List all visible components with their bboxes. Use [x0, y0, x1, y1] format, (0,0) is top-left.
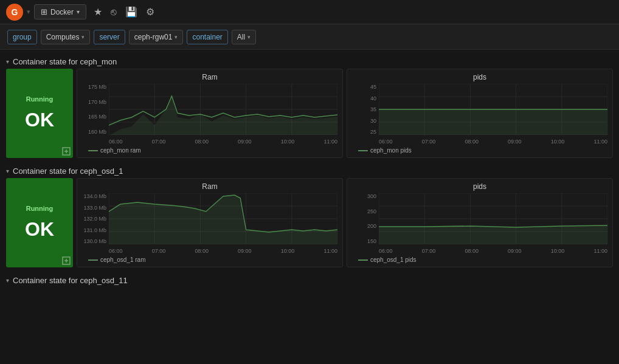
xaxis-pids-mon: 06:0007:0008:0009:0010:0011:00 [379, 139, 607, 145]
svg-area-ram-mon [109, 84, 337, 135]
chart-pids-mon: pids 4540353025 [347, 69, 613, 158]
group-filter[interactable]: group [7, 30, 37, 44]
svg-area-ram-osd1 [109, 193, 337, 244]
status-running-osd1: Running [26, 205, 54, 212]
status-corner-osd1 [62, 256, 71, 265]
svg-area-pids-mon [379, 84, 607, 135]
app-title: Docker [50, 8, 74, 16]
chart-title-ram-mon: Ram [82, 73, 337, 81]
chart-area-ram-osd1: 134.0 Mb133.0 Mb132.0 Mb131.0 Mb130.0 Mb [82, 193, 337, 254]
status-ok-mon: OK [25, 109, 54, 131]
yaxis-ram-mon: 175 Mb170 Mb165 Mb160 Mb [82, 84, 109, 145]
computes-dropdown[interactable]: Computes ▾ [41, 30, 91, 44]
legend-pids-mon: ceph_mon pids [352, 145, 607, 155]
grafana-logo[interactable]: G [6, 4, 23, 21]
chart-ram-mon: Ram 175 Mb170 Mb165 Mb160 Mb [77, 69, 343, 158]
chart-ram-osd1: Ram 134.0 Mb133.0 Mb132.0 Mb131.0 Mb130.… [77, 178, 343, 267]
status-corner-mon [62, 147, 71, 156]
section-ceph-osd1: ▾ Container state for ceph_osd_1 Running… [6, 163, 613, 267]
section-body-osd1: Running OK Ram 134.0 Mb133.0 Mb132.0 Mb1… [6, 178, 613, 267]
chevron-osd1: ▾ [6, 168, 9, 174]
share-icon[interactable]: ⎋ [111, 7, 117, 18]
section-title-osd1: Container state for ceph_osd_1 [13, 167, 123, 176]
legend-line-ram-osd1 [88, 259, 98, 261]
all-label: All [237, 33, 245, 41]
section-header-ceph-mon[interactable]: ▾ Container state for ceph_mon [6, 53, 613, 69]
svg-area-pids-osd1 [379, 193, 607, 244]
chevron-mon: ▾ [6, 58, 9, 65]
chart-area-ram-mon: 175 Mb170 Mb165 Mb160 Mb [82, 84, 337, 145]
group-label: group [13, 33, 32, 41]
section-body-mon: Running OK Ram 175 Mb170 Mb165 Mb160 Mb [6, 69, 613, 158]
top-navbar: G ▾ ⊞ Docker ▾ ★ ⎋ 💾 ⚙ [0, 0, 619, 24]
server-label: server [99, 33, 119, 41]
status-panel-mon: Running OK [6, 69, 73, 158]
xaxis-ram-mon: 06:0007:0008:0009:0010:0011:00 [109, 139, 337, 145]
ceph-label: ceph-rgw01 [134, 33, 173, 41]
yaxis-pids-osd1: 300250200150 [352, 193, 379, 254]
ceph-caret: ▾ [175, 34, 178, 40]
container-label: container [192, 33, 222, 41]
status-ok-osd1: OK [25, 218, 54, 241]
nav-icon-caret[interactable]: ▾ [27, 8, 30, 16]
legend-line-pids-mon [358, 150, 368, 151]
xaxis-pids-osd1: 06:0007:0008:0009:0010:0011:00 [379, 248, 607, 254]
all-caret: ▾ [247, 34, 251, 40]
computes-caret: ▾ [81, 34, 85, 40]
docker-caret: ▾ [77, 9, 80, 15]
legend-line-pids-osd1 [358, 259, 368, 261]
section-title-mon: Container state for ceph_mon [13, 57, 117, 66]
computes-label: Computes [46, 33, 80, 41]
section-title-osd11: Container state for ceph_osd_11 [13, 276, 128, 285]
chart-title-pids-osd1: pids [352, 182, 607, 191]
docker-grid-icon: ⊞ [41, 7, 47, 16]
legend-ram-mon: ceph_mon ram [82, 145, 337, 155]
legend-pids-osd1: ceph_osd_1 pids [352, 254, 607, 264]
chart-title-ram-osd1: Ram [82, 182, 337, 191]
main-content: ▾ Container state for ceph_mon Running O… [0, 50, 619, 364]
server-filter[interactable]: server [94, 30, 125, 44]
legend-text-pids-osd1: ceph_osd_1 pids [370, 256, 417, 263]
yaxis-pids-mon: 4540353025 [352, 84, 379, 145]
container-filter[interactable]: container [187, 30, 227, 44]
legend-text-ram-osd1: ceph_osd_1 ram [100, 256, 146, 263]
status-running-mon: Running [26, 95, 54, 103]
section-header-osd11[interactable]: ▾ Container state for ceph_osd_11 [6, 272, 613, 287]
docker-dropdown[interactable]: ⊞ Docker ▾ [34, 4, 86, 19]
save-icon[interactable]: 💾 [125, 6, 137, 18]
settings-icon[interactable]: ⚙ [146, 6, 154, 18]
filter-bar: group Computes ▾ server ceph-rgw01 ▾ con… [0, 24, 619, 50]
chart-area-pids-mon: 4540353025 [352, 84, 607, 145]
chart-title-pids-mon: pids [352, 73, 607, 81]
status-panel-osd1: Running OK [6, 178, 73, 267]
yaxis-ram-osd1: 134.0 Mb133.0 Mb132.0 Mb131.0 Mb130.0 Mb [82, 193, 109, 254]
section-ceph-mon: ▾ Container state for ceph_mon Running O… [6, 53, 613, 158]
star-icon[interactable]: ★ [94, 6, 102, 18]
ceph-dropdown[interactable]: ceph-rgw01 ▾ [129, 30, 184, 44]
chevron-osd11: ▾ [6, 277, 9, 284]
chart-pids-osd1: pids 300250200150 [347, 178, 613, 267]
legend-ram-osd1: ceph_osd_1 ram [82, 254, 337, 264]
nav-icons: ★ ⎋ 💾 ⚙ [94, 6, 154, 18]
legend-text-ram-mon: ceph_mon ram [100, 147, 141, 154]
legend-text-pids-mon: ceph_mon pids [370, 147, 412, 154]
all-dropdown[interactable]: All ▾ [232, 30, 256, 44]
section-ceph-osd11: ▾ Container state for ceph_osd_11 [6, 272, 613, 287]
chart-area-pids-osd1: 300250200150 [352, 193, 607, 254]
legend-line-ram-mon [88, 150, 98, 151]
xaxis-ram-osd1: 06:0007:0008:0009:0010:0011:00 [109, 248, 337, 254]
section-header-osd1[interactable]: ▾ Container state for ceph_osd_1 [6, 163, 613, 178]
